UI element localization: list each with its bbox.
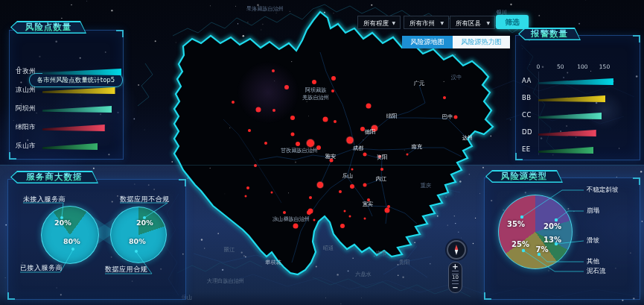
star [291, 61, 292, 62]
star [437, 216, 439, 217]
risk-marker[interactable] [347, 137, 354, 144]
city-select-value: 所有市州 [409, 19, 435, 27]
risk-marker[interactable] [246, 186, 249, 189]
tab-risk-source-map[interactable]: 风险源地图 [402, 36, 453, 48]
risk-marker[interactable] [363, 183, 367, 187]
star [473, 243, 474, 244]
pie-percent: 13% [543, 236, 561, 244]
star [274, 81, 275, 81]
map-label: 雅安 [325, 153, 336, 160]
risk-marker[interactable] [454, 116, 458, 119]
bar-label: 绵阳市 [16, 123, 42, 132]
zoom-in-button[interactable]: + [452, 264, 458, 270]
pie-percent: 35% [507, 220, 525, 228]
risk-marker[interactable] [307, 139, 314, 147]
risk-marker[interactable] [407, 154, 409, 156]
bar [538, 78, 613, 85]
risk-marker[interactable] [349, 216, 351, 218]
risk-marker[interactable] [272, 109, 275, 112]
risk-marker[interactable] [380, 168, 383, 171]
risk-marker[interactable] [313, 219, 316, 221]
risk-marker[interactable] [351, 169, 354, 171]
risk-marker[interactable] [331, 76, 336, 81]
star [414, 242, 415, 244]
city-select[interactable]: 所有市州 ▼ [404, 16, 449, 29]
bar [42, 69, 121, 75]
star [204, 248, 205, 248]
risk-marker[interactable] [339, 190, 342, 193]
bar [538, 147, 593, 154]
risk-marker[interactable] [308, 209, 313, 214]
map-label: 南充 [411, 143, 423, 150]
risk-marker[interactable] [284, 85, 289, 89]
compass-control[interactable] [447, 240, 466, 260]
zoom-out-button[interactable]: − [452, 285, 458, 291]
bar-label: EE [522, 145, 535, 153]
star [469, 174, 471, 175]
star [144, 130, 145, 131]
risk-marker[interactable] [291, 133, 295, 136]
map-label: 内江 [376, 175, 386, 182]
risk-marker[interactable] [293, 224, 299, 229]
bar [538, 95, 605, 102]
star [241, 252, 243, 254]
map-label: 绵阳 [386, 113, 397, 119]
risk-types-title-banner: 风险源类型 [485, 170, 563, 183]
dashboard: 果洛藏族自治州银川汉中重庆贵阳昭通毕节六盘水丽江大理白族自治州保山阿坝藏族羌族自… [0, 0, 644, 305]
risk-marker[interactable] [443, 96, 446, 99]
risk-marker[interactable] [309, 196, 312, 199]
chevron-down-icon: ▼ [440, 16, 444, 30]
map-label: 阿坝藏族 [305, 87, 327, 93]
map-label: 德阳 [365, 128, 375, 135]
star [229, 128, 230, 128]
risk-marker[interactable] [363, 153, 367, 157]
risk-marker[interactable] [344, 210, 346, 213]
alarms-title-banner: 报警数量 [518, 28, 581, 40]
risk-marker[interactable] [271, 192, 273, 194]
star [458, 232, 459, 233]
star [475, 218, 476, 218]
star [111, 10, 112, 11]
risk-marker[interactable] [256, 107, 261, 113]
map-label: 汉中 [451, 74, 462, 81]
star [325, 298, 326, 298]
risk-marker[interactable] [264, 142, 267, 145]
star [276, 13, 277, 13]
risk-marker[interactable] [334, 120, 337, 123]
risk-marker[interactable] [272, 69, 275, 72]
providers-title-banner: 服务商大数据 [10, 171, 98, 183]
star [201, 239, 203, 240]
data-compliance-pie [110, 207, 167, 263]
providers-panel: 未接入服务商 数据应用不合规 已接入服务商 数据应用合规 20% 80% 20%… [7, 179, 186, 300]
star [510, 4, 511, 5]
risk-marker[interactable] [245, 195, 247, 198]
risk-marker[interactable] [290, 116, 295, 120]
risk-marker[interactable] [323, 117, 328, 122]
risk-marker[interactable] [232, 101, 235, 104]
risk-marker[interactable] [364, 218, 366, 220]
star [316, 266, 317, 268]
risk-marker[interactable] [385, 208, 390, 213]
star [86, 1, 87, 1]
risk-marker[interactable] [340, 224, 345, 228]
risk-marker[interactable] [283, 211, 286, 214]
risk-marker[interactable] [248, 129, 251, 132]
star [262, 24, 264, 25]
pie-percent: 20% [136, 218, 153, 227]
risk-marker[interactable] [331, 89, 334, 92]
risk-marker[interactable] [366, 104, 372, 109]
tab-risk-source-heatmap[interactable]: 风险源热力图 [453, 36, 510, 48]
star [235, 6, 236, 7]
map-label: 大理白族自治州 [207, 277, 244, 284]
star [61, 18, 62, 19]
risk-marker[interactable] [350, 184, 354, 189]
degree-select[interactable]: 所有程度 ▼ [357, 16, 401, 29]
risk-marker[interactable] [312, 80, 316, 84]
risk-marker[interactable] [317, 182, 323, 188]
risk-marker[interactable] [387, 205, 390, 208]
map-label: 广元 [414, 80, 424, 87]
star [361, 298, 362, 298]
risk-marker[interactable] [296, 142, 300, 146]
panel-title: 风险点数量 [10, 21, 86, 34]
district-select[interactable]: 所有区县 ▼ [450, 16, 495, 29]
